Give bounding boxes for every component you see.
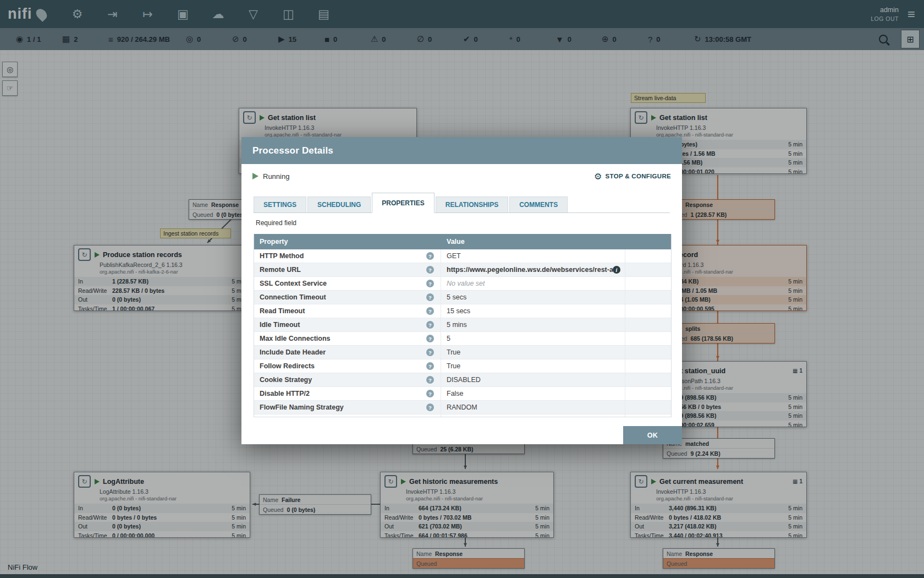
nifi-app: NiFi Flow ◎☞Ingest station recordsStream…	[0, 0, 924, 578]
dialog-tabs: SETTINGSSCHEDULINGPROPERTIESRELATIONSHIP…	[254, 192, 670, 213]
help-icon[interactable]: ?	[426, 335, 434, 342]
property-cell: Max Idle Connections?	[254, 332, 441, 345]
property-cell: HTTP Method?	[254, 249, 441, 263]
property-cell: Attributes to Send?	[254, 415, 441, 417]
help-icon[interactable]: ?	[426, 307, 434, 315]
property-name: Cookie Strategy	[260, 376, 312, 384]
property-cell: Disable HTTP/2?	[254, 387, 441, 400]
property-row: Disable HTTP/2?False	[254, 387, 671, 401]
run-status-label: Running	[263, 172, 289, 181]
property-row: Idle Timeout?5 mins	[254, 318, 671, 332]
help-icon[interactable]: ?	[426, 362, 434, 370]
row-gutter	[625, 401, 671, 414]
help-icon[interactable]: ?	[426, 321, 434, 329]
property-value: True	[447, 348, 460, 356]
row-gutter	[625, 318, 671, 331]
property-cell: Read Timeout?	[254, 304, 441, 318]
properties-table-header: Property Value	[254, 234, 671, 249]
help-icon[interactable]: ?	[426, 390, 434, 397]
property-name: Read Timeout	[260, 307, 305, 315]
ok-button[interactable]: OK	[623, 426, 682, 444]
property-name: HTTP Method	[260, 252, 304, 260]
property-cell: Remote URL?	[254, 263, 441, 276]
property-value: GET	[447, 252, 461, 260]
properties-table-body: HTTP Method?GETRemote URL?https://www.pe…	[254, 249, 671, 417]
value-cell: No value set	[441, 277, 625, 290]
property-row: HTTP Method?GET	[254, 249, 671, 263]
properties-table: Property Value HTTP Method?GETRemote URL…	[254, 234, 672, 417]
property-column-header: Property	[254, 238, 441, 246]
help-icon[interactable]: ?	[426, 403, 434, 411]
property-row: Read Timeout?15 secs	[254, 304, 671, 318]
value-cell: https://www.pegelonline.wsv.de/webservic…	[441, 263, 625, 276]
property-row: Cookie Strategy?DISABLED	[254, 373, 671, 387]
row-gutter	[625, 387, 671, 400]
property-name: Max Idle Connections	[260, 335, 331, 342]
help-icon[interactable]: ?	[426, 280, 434, 287]
row-gutter	[625, 373, 671, 386]
property-cell: SSL Context Service?	[254, 277, 441, 290]
property-value: No value set	[447, 280, 485, 287]
value-column-header: Value	[441, 238, 465, 246]
property-name: SSL Context Service	[260, 280, 327, 287]
property-value: 5 secs	[447, 293, 466, 301]
row-gutter	[625, 304, 671, 318]
property-value: 5 mins	[447, 321, 467, 329]
property-name: Include Date Header	[260, 348, 326, 356]
value-cell: False	[441, 387, 625, 400]
property-row: SSL Context Service?No value set	[254, 277, 671, 291]
value-cell: True	[441, 359, 625, 373]
property-cell: Connection Timeout?	[254, 291, 441, 304]
property-row: Attributes to Send?No value set	[254, 415, 671, 417]
property-name: FlowFile Naming Strategy	[260, 403, 344, 411]
value-cell: 5 secs	[441, 291, 625, 304]
property-value: True	[447, 362, 460, 370]
tab-comments[interactable]: COMMENTS	[509, 197, 568, 212]
tab-settings[interactable]: SETTINGS	[254, 197, 306, 212]
help-icon[interactable]: ?	[426, 266, 434, 274]
tab-properties[interactable]: PROPERTIES	[372, 193, 434, 213]
property-name: Idle Timeout	[260, 321, 300, 329]
row-gutter	[625, 359, 671, 373]
help-icon[interactable]: ?	[426, 376, 434, 384]
row-gutter	[625, 249, 671, 263]
stop-and-configure-button[interactable]: ⚙ STOP & CONFIGURE	[594, 171, 671, 182]
value-cell: GET	[441, 249, 625, 263]
dialog-title: Processor Details	[241, 137, 682, 164]
property-value: https://www.pegelonline.wsv.de/webservic…	[447, 266, 613, 274]
property-value: DISABLED	[447, 376, 481, 384]
running-status-icon	[252, 173, 258, 179]
property-value: RANDOM	[447, 403, 477, 411]
info-icon[interactable]: i	[613, 266, 620, 274]
property-cell: FlowFile Naming Strategy?	[254, 401, 441, 414]
property-cell: Idle Timeout?	[254, 318, 441, 331]
value-cell: No value set	[441, 415, 625, 417]
property-row: Connection Timeout?5 secs	[254, 291, 671, 304]
help-icon[interactable]: ?	[426, 293, 434, 301]
property-name: Connection Timeout	[260, 293, 326, 301]
stop-configure-icon: ⚙	[594, 171, 602, 182]
help-icon[interactable]: ?	[426, 252, 434, 260]
help-icon[interactable]: ?	[426, 348, 434, 356]
property-name: Follow Redirects	[260, 362, 315, 370]
tab-scheduling[interactable]: SCHEDULING	[307, 197, 371, 212]
value-cell: 15 secs	[441, 304, 625, 318]
row-gutter	[625, 415, 671, 417]
property-row: Include Date Header?True	[254, 346, 671, 359]
row-gutter	[625, 291, 671, 304]
value-cell: 5	[441, 332, 625, 345]
property-cell: Cookie Strategy?	[254, 373, 441, 386]
property-value: 5	[447, 335, 450, 342]
value-cell: True	[441, 346, 625, 359]
required-field-note: Required field	[256, 219, 682, 227]
row-gutter	[625, 263, 671, 276]
value-cell: 5 mins	[441, 318, 625, 331]
property-name: Remote URL	[260, 266, 301, 274]
processor-details-dialog: Processor Details Running ⚙ STOP & CONFI…	[241, 137, 682, 444]
property-value: 15 secs	[447, 307, 470, 315]
value-cell: DISABLED	[441, 373, 625, 386]
tab-relationships[interactable]: RELATIONSHIPS	[436, 197, 508, 212]
property-row: Follow Redirects?True	[254, 359, 671, 373]
property-cell: Include Date Header?	[254, 346, 441, 359]
row-gutter	[625, 332, 671, 345]
